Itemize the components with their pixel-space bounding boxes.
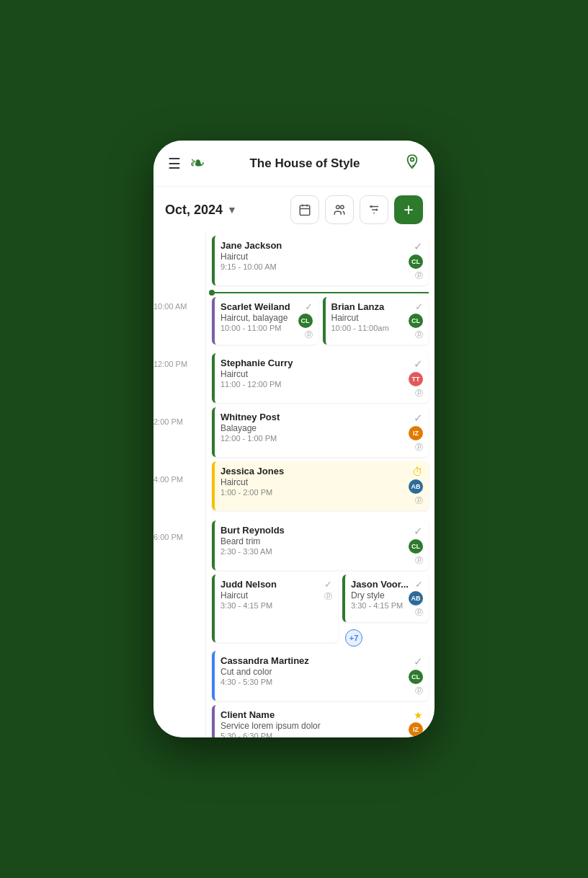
appointment-client-name[interactable]: Client Name Service lorem ipsum dolor 5:…	[212, 705, 429, 737]
appt-time: 10:00 - 11:00am	[331, 324, 389, 332]
appt-service: Haircut, balayage	[220, 313, 290, 323]
check-icon: ✓	[414, 525, 423, 538]
appt-time: 3:30 - 4:15 PM	[351, 601, 409, 610]
stylist-avatar-cl: CL	[409, 314, 423, 328]
payment-icon: ⓟ	[324, 591, 332, 602]
appt-name: Client Name	[220, 709, 321, 720]
time-label-6pm: 6:00 PM	[153, 531, 205, 589]
appointment-burt-reynolds[interactable]: Burt Reynolds Beard trim 2:30 - 3:30 AM …	[212, 520, 429, 570]
appointment-cassandra-martinez[interactable]: Cassandra Martinez Cut and color 4:30 - …	[212, 651, 429, 701]
events-column: Jane Jackson Haircut 9:15 - 10:00 AM ✓ C…	[205, 233, 435, 737]
appointment-brian-lanza[interactable]: Brian Lanza Haircut 10:00 - 11:00am ✓ CL…	[323, 297, 429, 345]
payment-icon: ⓟ	[415, 442, 423, 453]
check-icon: ✓	[414, 655, 423, 668]
appt-time: 10:00 - 11:00 PM	[220, 324, 290, 332]
payment-icon: ⓟ	[415, 388, 423, 399]
add-appointment-button[interactable]: +	[394, 195, 423, 224]
plus-icon: +	[404, 201, 414, 218]
appointment-jane-jackson[interactable]: Jane Jackson Haircut 9:15 - 10:00 AM ✓ C…	[212, 236, 429, 285]
payment-icon: ⓟ	[415, 495, 423, 506]
time-label-4pm: 4:00 PM	[153, 474, 205, 531]
appt-service: Haircut	[220, 477, 284, 487]
location-icon[interactable]	[404, 154, 420, 173]
appt-name: Jane Jackson	[220, 240, 282, 251]
appt-service: Haircut	[220, 590, 277, 600]
people-view-button[interactable]	[325, 195, 354, 224]
appointment-whitney-post[interactable]: Whitney Post Balayage 12:00 - 1:00 PM ✓ …	[212, 407, 429, 457]
filter-button[interactable]	[360, 195, 388, 224]
appt-time: 9:15 - 10:00 AM	[220, 262, 282, 271]
time-label-2pm: 2:00 PM	[153, 416, 205, 474]
stylist-avatar-cl: CL	[409, 254, 423, 269]
payment-icon: ⓟ	[415, 329, 423, 340]
time-label-10am: 10:00 AM	[153, 301, 205, 358]
check-icon: ✓	[414, 412, 423, 425]
appt-service: Dry style	[351, 590, 409, 600]
payment-icon: ⓟ	[415, 270, 423, 281]
check-icon: ✓	[415, 579, 423, 590]
appt-service: Cut and color	[220, 667, 309, 677]
extra-appointments-badge[interactable]: +7	[345, 629, 362, 647]
time-bar	[215, 292, 429, 293]
date-selector[interactable]: Oct, 2024 ▼	[165, 203, 237, 218]
appointment-judd-nelson[interactable]: Judd Nelson Haircut 3:30 - 4:15 PM ✓ ⓟ	[212, 575, 338, 642]
stylist-avatar-ab: AB	[409, 479, 423, 494]
svg-point-11	[375, 209, 378, 211]
appt-time: 1:00 - 2:00 PM	[220, 488, 284, 497]
appointment-jessica-jones[interactable]: Jessica Jones Haircut 1:00 - 2:00 PM ⏱ A…	[212, 461, 429, 510]
stylist-avatar-cl: CL	[409, 539, 423, 554]
appt-service: Haircut	[220, 369, 293, 379]
svg-point-5	[337, 205, 340, 209]
current-time-indicator	[212, 290, 429, 296]
stylist-avatar-cl: CL	[409, 670, 423, 684]
appt-time: 5:30 - 6:30 PM	[220, 732, 321, 737]
appt-name: Whitney Post	[220, 412, 280, 422]
stylist-avatar-iz: IZ	[409, 426, 423, 440]
check-icon: ✓	[305, 301, 313, 312]
time-column: 10:00 AM 12:00 PM 2:00 PM 4:00 PM 6:00 P…	[153, 233, 205, 737]
appt-time: 11:00 - 12:00 PM	[220, 380, 293, 389]
time-label-12pm: 12:00 PM	[153, 358, 205, 416]
appointment-stephanie-curry[interactable]: Stephanie Curry Haircut 11:00 - 12:00 PM…	[212, 353, 429, 403]
toolbar: Oct, 2024 ▼	[153, 187, 435, 233]
stylist-avatar-tt: TT	[409, 372, 423, 386]
svg-point-0	[411, 158, 414, 161]
menu-icon[interactable]: ☰	[168, 155, 181, 172]
appt-service: Haircut	[331, 313, 389, 323]
app-header: ☰ ❧ The House of Style	[153, 141, 435, 187]
appt-time: 3:30 - 4:15 PM	[220, 601, 277, 610]
stylist-avatar-ab: AB	[409, 591, 423, 606]
clock-icon: ⏱	[412, 466, 423, 478]
appointment-jason-voor[interactable]: Jason Voor... Dry style 3:30 - 4:15 PM ✓…	[342, 575, 429, 622]
appt-name: Stephanie Curry	[220, 358, 293, 368]
time-dot	[209, 290, 215, 296]
split-row-10am: Scarlet Weiland Haircut, balayage 10:00 …	[212, 297, 429, 349]
payment-icon: ⓟ	[305, 329, 313, 340]
appointment-scarlet-weiland[interactable]: Scarlet Weiland Haircut, balayage 10:00 …	[212, 297, 318, 345]
appt-name: Brian Lanza	[331, 301, 389, 312]
appt-service: Balayage	[220, 423, 280, 433]
phone-frame: ☰ ❧ The House of Style Oct, 2024 ▼	[153, 141, 435, 737]
stylist-avatar-cl: CL	[298, 314, 313, 328]
appt-name: Jason Voor...	[351, 579, 409, 590]
calendar-view-button[interactable]	[290, 195, 319, 224]
appt-service: Service lorem ipsum dolor	[220, 721, 321, 731]
appt-time: 4:30 - 5:30 PM	[220, 678, 309, 686]
payment-icon: ⓟ	[415, 555, 423, 566]
stylist-avatar-iz: IZ	[409, 722, 423, 737]
payment-icon: ⓟ	[415, 686, 423, 696]
appt-name: Judd Nelson	[220, 579, 277, 590]
chevron-down-icon: ▼	[227, 204, 237, 216]
calendar-body: 10:00 AM 12:00 PM 2:00 PM 4:00 PM 6:00 P…	[153, 233, 435, 737]
appt-service: Haircut	[220, 252, 282, 262]
app-title: The House of Style	[249, 156, 360, 171]
appt-name: Cassandra Martinez	[220, 655, 309, 666]
appt-name: Burt Reynolds	[220, 525, 285, 536]
appt-service: Beard trim	[220, 536, 285, 546]
logo-icon: ❧	[190, 152, 205, 174]
date-label: Oct, 2024	[165, 203, 223, 218]
appt-time: 12:00 - 1:00 PM	[220, 434, 280, 443]
appt-name: Scarlet Weiland	[220, 301, 290, 312]
check-icon: ✓	[324, 579, 332, 590]
svg-point-10	[370, 205, 373, 208]
